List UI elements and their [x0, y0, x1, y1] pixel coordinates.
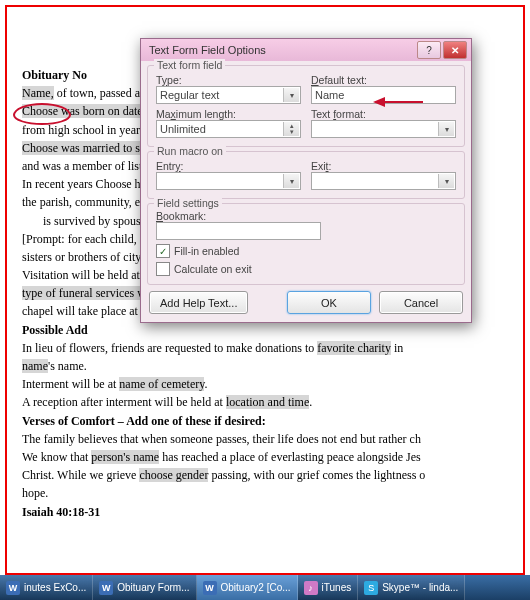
- fillin-label: Fill-in enabled: [174, 245, 239, 257]
- type-value: Regular text: [160, 89, 219, 101]
- doc-line: In lieu of flowers, friends are requeste…: [22, 340, 512, 356]
- fillin-enabled-checkbox[interactable]: ✓ Fill-in enabled: [156, 244, 456, 258]
- doc-line: Christ. While we grieve choose gender pa…: [22, 467, 512, 483]
- dialog-titlebar[interactable]: Text Form Field Options ? ✕: [141, 39, 471, 61]
- heading-isaiah: Isaiah 40:18-31: [22, 504, 512, 520]
- help-button[interactable]: ?: [417, 41, 441, 59]
- group-label: Run macro on: [154, 145, 226, 157]
- word-icon: W: [6, 581, 20, 595]
- taskbar-label: iTunes: [322, 582, 352, 593]
- format-combo[interactable]: ▾: [311, 120, 456, 138]
- help-icon: ?: [426, 45, 432, 56]
- taskbar-label: Obituary2 [Co...: [221, 582, 291, 593]
- bookmark-input[interactable]: [156, 222, 321, 240]
- maxlen-value: Unlimited: [160, 123, 206, 135]
- taskbar-label: Skype™ - linda...: [382, 582, 458, 593]
- ok-button[interactable]: OK: [287, 291, 371, 314]
- taskbar: W inutes ExCo... W Obituary Form... W Ob…: [0, 575, 530, 600]
- word-icon: W: [203, 581, 217, 595]
- heading-verses: Verses of Comfort – Add one of these if …: [22, 413, 512, 429]
- checkbox-unchecked-icon: [156, 262, 170, 276]
- cancel-button[interactable]: Cancel: [379, 291, 463, 314]
- doc-line: The family believes that when someone pa…: [22, 431, 512, 447]
- skype-icon: S: [364, 581, 378, 595]
- bookmark-label: Bookmark:: [156, 210, 321, 222]
- group-run-macro: Run macro on Entry: ▾ Exit: ▾: [147, 151, 465, 199]
- exit-combo[interactable]: ▾: [311, 172, 456, 190]
- dialog-button-bar: Add Help Text... OK Cancel: [141, 287, 471, 322]
- taskbar-item[interactable]: W Obituary Form...: [93, 575, 196, 600]
- word-icon: W: [99, 581, 113, 595]
- form-field-name[interactable]: Name,: [22, 86, 54, 100]
- entry-label: Entry:: [156, 160, 301, 172]
- maxlen-label: Maximum length:: [156, 108, 301, 120]
- dropdown-arrow-icon: ▾: [438, 122, 454, 136]
- taskbar-label: Obituary Form...: [117, 582, 189, 593]
- add-help-text-button[interactable]: Add Help Text...: [149, 291, 248, 314]
- doc-line: We know that person's name has reached a…: [22, 449, 512, 465]
- taskbar-item[interactable]: ♪ iTunes: [298, 575, 359, 600]
- group-label: Field settings: [154, 197, 222, 209]
- taskbar-item[interactable]: W inutes ExCo...: [0, 575, 93, 600]
- dropdown-arrow-icon: ▾: [283, 174, 299, 188]
- exit-label: Exit:: [311, 160, 456, 172]
- default-text-input[interactable]: Name: [311, 86, 456, 104]
- group-label: Text form field: [154, 59, 225, 71]
- doc-line: hope.: [22, 485, 512, 501]
- close-button[interactable]: ✕: [443, 41, 467, 59]
- dialog-title: Text Form Field Options: [149, 44, 415, 56]
- default-text-value: Name: [315, 89, 344, 101]
- group-text-form-field: Text form field Type: Regular text ▾ Def…: [147, 65, 465, 147]
- doc-line: name's name.: [22, 358, 512, 374]
- taskbar-label: inutes ExCo...: [24, 582, 86, 593]
- dropdown-arrow-icon: ▾: [438, 174, 454, 188]
- close-icon: ✕: [451, 45, 459, 56]
- taskbar-item-active[interactable]: W Obituary2 [Co...: [197, 575, 298, 600]
- doc-line: A reception after interment will be held…: [22, 394, 512, 410]
- text-form-field-options-dialog: Text Form Field Options ? ✕ Text form fi…: [140, 38, 472, 323]
- checkbox-checked-icon: ✓: [156, 244, 170, 258]
- group-field-settings: Field settings Bookmark: ✓ Fill-in enabl…: [147, 203, 465, 285]
- entry-combo[interactable]: ▾: [156, 172, 301, 190]
- default-text-label: Default text:: [311, 74, 456, 86]
- taskbar-item[interactable]: S Skype™ - linda...: [358, 575, 465, 600]
- type-label: Type:: [156, 74, 301, 86]
- dropdown-arrow-icon: ▾: [283, 88, 299, 102]
- maxlen-spinner[interactable]: Unlimited ▴▾: [156, 120, 301, 138]
- itunes-icon: ♪: [304, 581, 318, 595]
- type-combo[interactable]: Regular text ▾: [156, 86, 301, 104]
- doc-line: Interment will be at name of cemetery.: [22, 376, 512, 392]
- heading-possible-add: Possible Add: [22, 322, 512, 338]
- calculate-on-exit-checkbox[interactable]: Calculate on exit: [156, 262, 456, 276]
- spinner-arrow-icon: ▴▾: [283, 122, 299, 136]
- calc-label: Calculate on exit: [174, 263, 252, 275]
- format-label: Text format:: [311, 108, 456, 120]
